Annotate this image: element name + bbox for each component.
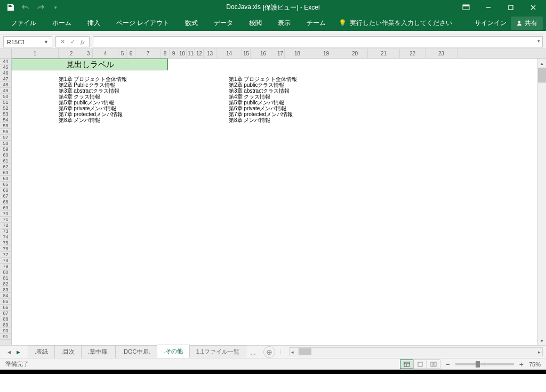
row-header[interactable]: 79 [0, 264, 11, 270]
chapter-entry[interactable]: 第2章 publicクラス情報 [229, 82, 297, 88]
row-header[interactable]: 64 [0, 176, 11, 182]
sheet-nav-prev-icon[interactable]: ◄ [6, 349, 12, 355]
row-header[interactable]: 44 [0, 59, 11, 64]
column-header[interactable]: 17 [276, 49, 285, 58]
maximize-icon[interactable] [500, 2, 521, 13]
row-header[interactable]: 74 [0, 234, 11, 240]
chapter-entry[interactable]: 第1章 プロジェクト全体情報 [229, 76, 297, 82]
column-header[interactable]: 16 [251, 49, 276, 58]
chapter-entry[interactable]: 第8章 メンバ情報 [59, 117, 127, 123]
column-header[interactable]: 6 [127, 49, 135, 58]
horizontal-scrollbar[interactable]: ◂ ▸ [289, 347, 543, 356]
zoom-in-icon[interactable]: + [519, 360, 524, 369]
vscroll-thumb[interactable] [538, 68, 546, 83]
zoom-slider[interactable] [455, 363, 514, 365]
share-button[interactable]: 共有 [511, 17, 543, 30]
enter-icon[interactable]: ✓ [70, 38, 75, 45]
row-header[interactable]: 90 [0, 328, 11, 334]
row-header[interactable]: 91 [0, 334, 11, 340]
column-header[interactable]: 15 [242, 49, 251, 58]
scroll-right-icon[interactable]: ▸ [538, 349, 541, 355]
tab-file[interactable]: ファイル [3, 15, 44, 31]
row-header[interactable]: 75 [0, 240, 11, 246]
row-header[interactable]: 89 [0, 322, 11, 328]
row-header[interactable]: 45 [0, 64, 11, 70]
chapter-entry[interactable]: 第6章 privateメンバ情報 [229, 105, 297, 111]
save-icon[interactable] [4, 2, 17, 13]
row-header[interactable]: 53 [0, 111, 11, 117]
cancel-icon[interactable]: ✕ [60, 38, 65, 45]
row-header[interactable]: 55 [0, 123, 11, 129]
expand-formula-icon[interactable]: ▾ [537, 38, 540, 44]
chapter-entry[interactable]: 第4章 クラス情報 [229, 94, 297, 100]
column-header[interactable]: 20 [342, 49, 368, 58]
row-header[interactable]: 76 [0, 246, 11, 252]
sheet-tab[interactable]: 1.1ファイル一覧 [189, 345, 246, 358]
row-header[interactable]: 47 [0, 76, 11, 82]
row-header[interactable]: 78 [0, 258, 11, 264]
row-header[interactable]: 60 [0, 152, 11, 158]
row-header[interactable]: 70 [0, 211, 11, 217]
zoom-out-icon[interactable]: − [446, 360, 450, 369]
sheet-tab[interactable]: .表紙 [28, 345, 55, 358]
column-header[interactable]: 19 [310, 49, 342, 58]
row-header[interactable]: 50 [0, 94, 11, 100]
cells-area[interactable]: 見出しラベル 第1章 プロジェクト全体情報第2章 Publicクラス情報第3章 … [12, 59, 537, 345]
tab-layout[interactable]: ページ レイアウト [109, 15, 176, 31]
hscroll-thumb[interactable] [299, 348, 311, 355]
fx-icon[interactable]: fx [81, 39, 85, 45]
signin-link[interactable]: サインイン [475, 19, 507, 28]
row-header[interactable]: 58 [0, 141, 11, 146]
column-header[interactable]: 14 [216, 49, 242, 58]
row-header[interactable]: 46 [0, 70, 11, 76]
scroll-down-icon[interactable]: ▾ [537, 336, 546, 345]
scroll-left-icon[interactable]: ◂ [291, 349, 294, 355]
zoom-thumb[interactable] [476, 361, 480, 368]
sheet-tab-active[interactable]: .その他 [157, 345, 190, 358]
sheet-tab[interactable]: .章中扉. [81, 345, 116, 358]
column-header[interactable]: 23 [425, 49, 457, 58]
row-header[interactable]: 87 [0, 311, 11, 316]
column-header[interactable]: 22 [400, 49, 425, 58]
row-header[interactable]: 84 [0, 293, 11, 299]
formula-bar[interactable]: ▾ [93, 36, 543, 47]
row-header[interactable]: 65 [0, 182, 11, 187]
name-box[interactable]: R15C1 ▼ [3, 36, 52, 47]
close-icon[interactable] [523, 2, 544, 13]
row-header[interactable]: 63 [0, 170, 11, 176]
zoom-level[interactable]: 75% [529, 361, 541, 368]
sheet-tab[interactable]: .目次 [54, 345, 82, 358]
row-header[interactable]: 52 [0, 105, 11, 111]
column-header[interactable]: 7 [135, 49, 161, 58]
chapter-entry[interactable]: 第5章 publicメンバ情報 [59, 100, 127, 105]
column-header[interactable]: 13 [204, 49, 216, 58]
chapter-entry[interactable]: 第1章 プロジェクト全体情報 [59, 76, 127, 82]
column-header[interactable]: 4 [93, 49, 118, 58]
tab-insert[interactable]: 挿入 [80, 15, 108, 31]
column-header[interactable]: 5 [118, 49, 127, 58]
column-header[interactable]: 1 [12, 49, 59, 58]
row-header[interactable]: 69 [0, 205, 11, 211]
column-header[interactable]: 9 [170, 49, 178, 58]
undo-icon[interactable] [19, 2, 32, 13]
row-header[interactable]: 71 [0, 217, 11, 223]
row-header[interactable]: 59 [0, 146, 11, 152]
column-header[interactable]: 12 [195, 49, 204, 58]
row-header[interactable]: 83 [0, 287, 11, 293]
normal-view-icon[interactable] [400, 360, 414, 369]
row-header[interactable]: 51 [0, 100, 11, 105]
tab-formula[interactable]: 数式 [178, 15, 205, 31]
column-header[interactable]: 10 [178, 49, 187, 58]
row-header[interactable]: 86 [0, 305, 11, 311]
select-all-corner[interactable] [0, 49, 12, 58]
chapter-entry[interactable]: 第3章 abstractクラス情報 [229, 88, 297, 94]
page-layout-view-icon[interactable] [413, 360, 427, 369]
row-header[interactable]: 88 [0, 316, 11, 322]
row-header[interactable]: 56 [0, 129, 11, 135]
vertical-scrollbar[interactable]: ▴ ▾ [537, 59, 546, 345]
page-break-view-icon[interactable] [427, 360, 440, 369]
minimize-icon[interactable] [478, 2, 499, 13]
row-header[interactable]: 68 [0, 199, 11, 205]
new-sheet-icon[interactable]: ⊕ [263, 346, 275, 358]
row-header[interactable]: 72 [0, 223, 11, 228]
